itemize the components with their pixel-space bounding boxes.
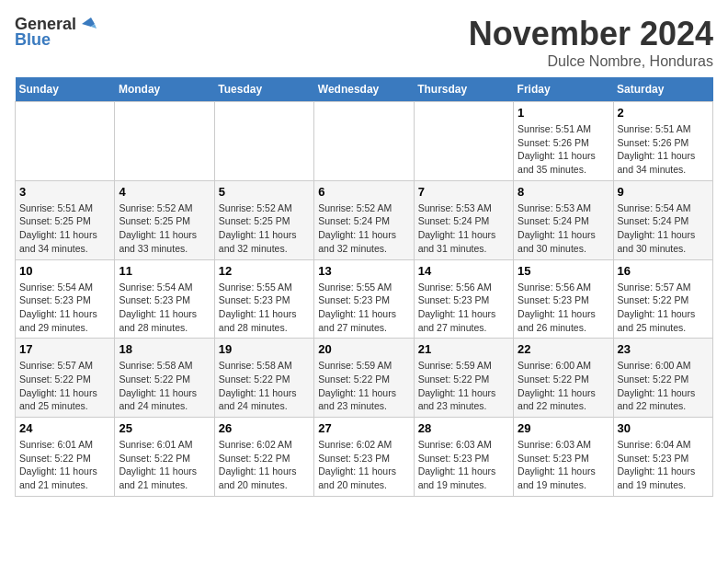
calendar-cell: 7Sunrise: 5:53 AM Sunset: 5:24 PM Daylig… (414, 180, 513, 259)
day-info: Sunrise: 5:52 AM Sunset: 5:25 PM Dayligh… (219, 201, 310, 256)
calendar-cell (414, 102, 513, 181)
day-number: 10 (19, 264, 110, 278)
day-info: Sunrise: 6:01 AM Sunset: 5:22 PM Dayligh… (19, 438, 110, 492)
day-info: Sunrise: 5:58 AM Sunset: 5:22 PM Dayligh… (119, 359, 210, 413)
calendar-table: SundayMondayTuesdayWednesdayThursdayFrid… (15, 77, 713, 497)
day-number: 14 (418, 264, 509, 278)
day-info: Sunrise: 5:53 AM Sunset: 5:24 PM Dayligh… (418, 201, 509, 256)
day-number: 17 (19, 342, 110, 356)
day-number: 5 (219, 185, 310, 199)
day-info: Sunrise: 5:55 AM Sunset: 5:23 PM Dayligh… (219, 281, 310, 335)
day-info: Sunrise: 5:51 AM Sunset: 5:26 PM Dayligh… (518, 122, 609, 177)
calendar-cell: 25Sunrise: 6:01 AM Sunset: 5:22 PM Dayli… (115, 418, 214, 497)
calendar-cell (314, 102, 414, 181)
day-number: 30 (618, 421, 709, 435)
day-info: Sunrise: 5:57 AM Sunset: 5:22 PM Dayligh… (618, 281, 709, 335)
day-number: 7 (418, 185, 509, 199)
day-header: Tuesday (214, 77, 313, 102)
day-number: 3 (19, 185, 110, 199)
month-title: November 2024 (469, 15, 713, 53)
calendar-cell: 8Sunrise: 5:53 AM Sunset: 5:24 PM Daylig… (514, 180, 613, 259)
calendar-cell (214, 102, 313, 181)
day-number: 27 (318, 421, 409, 435)
calendar-cell: 1Sunrise: 5:51 AM Sunset: 5:26 PM Daylig… (514, 102, 613, 181)
day-info: Sunrise: 5:51 AM Sunset: 5:25 PM Dayligh… (19, 201, 110, 256)
title-block: November 2024 Dulce Nombre, Honduras (469, 15, 713, 70)
calendar-cell: 3Sunrise: 5:51 AM Sunset: 5:25 PM Daylig… (16, 180, 115, 259)
calendar-cell: 11Sunrise: 5:54 AM Sunset: 5:23 PM Dayli… (115, 259, 214, 339)
day-info: Sunrise: 6:03 AM Sunset: 5:23 PM Dayligh… (518, 438, 609, 492)
calendar-week-row: 10Sunrise: 5:54 AM Sunset: 5:23 PM Dayli… (16, 259, 713, 339)
logo: General Blue (15, 15, 98, 50)
day-number: 11 (119, 264, 210, 278)
calendar-cell: 20Sunrise: 5:59 AM Sunset: 5:22 PM Dayli… (314, 339, 414, 418)
day-number: 29 (518, 421, 609, 435)
calendar-cell: 23Sunrise: 6:00 AM Sunset: 5:22 PM Dayli… (613, 339, 712, 418)
calendar-cell: 18Sunrise: 5:58 AM Sunset: 5:22 PM Dayli… (115, 339, 214, 418)
calendar-cell: 2Sunrise: 5:51 AM Sunset: 5:26 PM Daylig… (613, 102, 712, 181)
day-number: 23 (618, 342, 709, 356)
day-number: 25 (119, 421, 210, 435)
day-info: Sunrise: 5:56 AM Sunset: 5:23 PM Dayligh… (518, 281, 609, 335)
day-info: Sunrise: 5:59 AM Sunset: 5:22 PM Dayligh… (318, 359, 409, 413)
day-info: Sunrise: 5:54 AM Sunset: 5:23 PM Dayligh… (119, 281, 210, 335)
day-number: 22 (518, 342, 609, 356)
day-info: Sunrise: 5:56 AM Sunset: 5:23 PM Dayligh… (418, 281, 509, 335)
day-info: Sunrise: 6:00 AM Sunset: 5:22 PM Dayligh… (618, 359, 709, 413)
calendar-cell: 29Sunrise: 6:03 AM Sunset: 5:23 PM Dayli… (514, 418, 613, 497)
header-row: SundayMondayTuesdayWednesdayThursdayFrid… (16, 77, 713, 102)
calendar-cell: 27Sunrise: 6:02 AM Sunset: 5:23 PM Dayli… (314, 418, 414, 497)
day-info: Sunrise: 6:03 AM Sunset: 5:23 PM Dayligh… (418, 438, 509, 492)
day-number: 8 (518, 185, 609, 199)
day-number: 15 (518, 264, 609, 278)
day-number: 13 (318, 264, 409, 278)
calendar-week-row: 1Sunrise: 5:51 AM Sunset: 5:26 PM Daylig… (16, 102, 713, 181)
calendar-cell: 13Sunrise: 5:55 AM Sunset: 5:23 PM Dayli… (314, 259, 414, 339)
day-info: Sunrise: 6:01 AM Sunset: 5:22 PM Dayligh… (119, 438, 210, 492)
calendar-cell: 21Sunrise: 5:59 AM Sunset: 5:22 PM Dayli… (414, 339, 513, 418)
day-header: Sunday (16, 77, 115, 102)
calendar-cell: 19Sunrise: 5:58 AM Sunset: 5:22 PM Dayli… (214, 339, 313, 418)
calendar-cell: 14Sunrise: 5:56 AM Sunset: 5:23 PM Dayli… (414, 259, 513, 339)
day-info: Sunrise: 5:59 AM Sunset: 5:22 PM Dayligh… (418, 359, 509, 413)
day-info: Sunrise: 5:54 AM Sunset: 5:24 PM Dayligh… (618, 201, 709, 256)
calendar-cell: 6Sunrise: 5:52 AM Sunset: 5:24 PM Daylig… (314, 180, 414, 259)
day-number: 24 (19, 421, 110, 435)
calendar-cell: 16Sunrise: 5:57 AM Sunset: 5:22 PM Dayli… (613, 259, 712, 339)
calendar-cell: 30Sunrise: 6:04 AM Sunset: 5:23 PM Dayli… (613, 418, 712, 497)
svg-marker-0 (82, 17, 95, 27)
day-info: Sunrise: 6:02 AM Sunset: 5:23 PM Dayligh… (318, 438, 409, 492)
calendar-cell: 5Sunrise: 5:52 AM Sunset: 5:25 PM Daylig… (214, 180, 313, 259)
day-number: 21 (418, 342, 509, 356)
day-header: Wednesday (314, 77, 414, 102)
day-info: Sunrise: 6:02 AM Sunset: 5:22 PM Dayligh… (219, 438, 310, 492)
day-info: Sunrise: 5:55 AM Sunset: 5:23 PM Dayligh… (318, 281, 409, 335)
day-info: Sunrise: 6:04 AM Sunset: 5:23 PM Dayligh… (618, 438, 709, 492)
calendar-cell (115, 102, 214, 181)
day-number: 1 (518, 106, 609, 120)
day-info: Sunrise: 5:51 AM Sunset: 5:26 PM Dayligh… (618, 122, 709, 177)
calendar-cell (16, 102, 115, 181)
day-number: 12 (219, 264, 310, 278)
day-header: Friday (514, 77, 613, 102)
day-number: 26 (219, 421, 310, 435)
day-number: 18 (119, 342, 210, 356)
calendar-week-row: 3Sunrise: 5:51 AM Sunset: 5:25 PM Daylig… (16, 180, 713, 259)
calendar-cell: 12Sunrise: 5:55 AM Sunset: 5:23 PM Dayli… (214, 259, 313, 339)
calendar-week-row: 24Sunrise: 6:01 AM Sunset: 5:22 PM Dayli… (16, 418, 713, 497)
day-number: 20 (318, 342, 409, 356)
calendar-cell: 26Sunrise: 6:02 AM Sunset: 5:22 PM Dayli… (214, 418, 313, 497)
day-info: Sunrise: 5:53 AM Sunset: 5:24 PM Dayligh… (518, 201, 609, 256)
day-info: Sunrise: 5:52 AM Sunset: 5:25 PM Dayligh… (119, 201, 210, 256)
calendar-cell: 15Sunrise: 5:56 AM Sunset: 5:23 PM Dayli… (514, 259, 613, 339)
day-header: Monday (115, 77, 214, 102)
day-number: 16 (618, 264, 709, 278)
day-header: Saturday (613, 77, 712, 102)
day-header: Thursday (414, 77, 513, 102)
day-number: 19 (219, 342, 310, 356)
day-info: Sunrise: 5:57 AM Sunset: 5:22 PM Dayligh… (19, 359, 110, 413)
page-header: General Blue November 2024 Dulce Nombre,… (15, 15, 713, 70)
calendar-cell: 22Sunrise: 6:00 AM Sunset: 5:22 PM Dayli… (514, 339, 613, 418)
calendar-cell: 9Sunrise: 5:54 AM Sunset: 5:24 PM Daylig… (613, 180, 712, 259)
calendar-cell: 4Sunrise: 5:52 AM Sunset: 5:25 PM Daylig… (115, 180, 214, 259)
